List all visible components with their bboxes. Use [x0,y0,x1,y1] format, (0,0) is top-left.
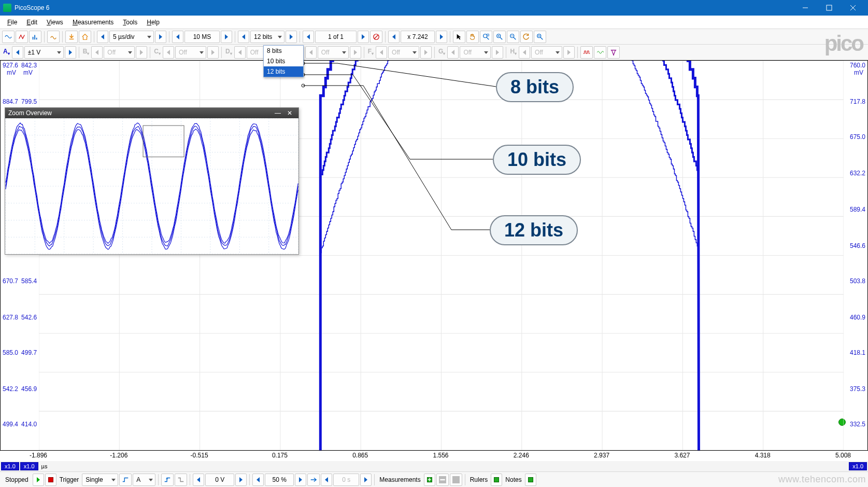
siggen-icon[interactable] [47,31,60,43]
delay-next[interactable] [360,474,372,486]
notes-toggle-icon[interactable] [525,474,536,486]
channel-b-range-next[interactable] [136,46,147,59]
channel-d-range-prev[interactable] [234,46,246,59]
menu-views[interactable]: Views [42,17,67,27]
trigger-edge-falling-icon[interactable] [175,474,187,486]
channel-f-range-dropdown[interactable]: Off [388,46,419,59]
timebase-prev-button[interactable] [97,31,108,43]
channel-f-range-prev[interactable] [376,46,387,59]
stop-button[interactable] [45,474,56,486]
zoom-in-icon[interactable] [493,31,506,43]
trigger-advanced-icon[interactable] [119,474,132,486]
channel-c-range-dropdown[interactable]: Off [175,46,206,59]
zoom-overview-canvas[interactable] [5,118,298,254]
channel-g-range-prev[interactable] [447,46,459,59]
bits-option-10[interactable]: 10 bits [264,56,303,66]
channel-b-range-dropdown[interactable]: Off [104,46,135,59]
trigger-level-field[interactable]: 0 V [205,474,234,486]
measurement-remove-icon[interactable] [436,474,449,486]
channel-e-range-prev[interactable] [305,46,317,59]
delay-field[interactable]: 0 s [333,474,359,486]
channel-b-label[interactable]: B▾ [82,48,91,56]
bits-dropdown[interactable]: 12 bits [250,31,284,43]
pointer-icon[interactable] [453,31,465,43]
scale-x-tag[interactable]: x1.0 [1,462,19,470]
channel-a-range-prev[interactable] [12,46,23,59]
channel-d-label[interactable]: D▾ [224,48,233,56]
trigger-channel-dropdown[interactable]: A [133,474,155,486]
channel-c-range-prev[interactable] [163,46,174,59]
bits-next-button[interactable] [286,31,297,43]
pretrigger-toggle-icon[interactable] [307,474,320,486]
digital-channels-icon[interactable] [580,46,593,59]
menu-help[interactable]: Help [143,17,164,27]
channel-g-range-dropdown[interactable]: Off [460,46,491,59]
hand-icon[interactable] [466,31,479,43]
channel-e-range-dropdown[interactable]: Off [318,46,349,59]
bits-prev-button[interactable] [238,31,249,43]
zoom-prev-button[interactable] [388,31,400,43]
zoom-overview-close-icon[interactable]: ✕ [284,109,295,117]
timebase-dropdown[interactable]: 5 µs/div [109,31,154,43]
mode-spectrum-icon[interactable] [29,31,41,43]
pretrigger-next[interactable] [295,474,306,486]
channel-h-range-prev[interactable] [519,46,530,59]
buffer-field[interactable]: 1 of 1 [315,31,357,43]
bits-option-8[interactable]: 8 bits [264,46,303,56]
timebase-next-button[interactable] [155,31,166,43]
menu-edit[interactable]: Edit [22,17,41,27]
channel-a-label[interactable]: A▾ [2,48,11,56]
scale-y-tag[interactable]: x1.0 [20,462,38,470]
channel-a-range-dropdown[interactable]: ±1 V [24,46,64,59]
buffer-next-button[interactable] [358,31,369,43]
home-icon[interactable] [79,31,91,43]
maximize-button[interactable] [817,0,841,16]
channel-h-range-next[interactable] [563,46,575,59]
menu-measurements[interactable]: Measurements [68,17,118,27]
samples-prev-button[interactable] [172,31,183,43]
bits-option-12[interactable]: 12 bits [264,66,303,77]
menu-tools[interactable]: Tools [119,17,141,27]
channel-h-range-dropdown[interactable]: Off [531,46,562,59]
channel-a-range-next[interactable] [65,46,76,59]
mode-persistence-icon[interactable] [16,31,28,43]
channel-g-range-next[interactable] [492,46,503,59]
zoom-next-button[interactable] [436,31,447,43]
buffer-nav-icon[interactable] [370,31,382,43]
pretrigger-prev[interactable] [252,474,264,486]
trigger-level-prev[interactable] [193,474,204,486]
run-button[interactable] [33,474,44,486]
zoom-overview-window[interactable]: Zoom Overview — ✕ [5,107,299,255]
samples-field[interactable]: 10 MS [184,31,220,43]
scope-view[interactable]: 927.6842.3 mV mV 884.7799.5 670.7585.4 6… [0,60,868,451]
math-channel-icon[interactable] [607,46,620,59]
channel-g-label[interactable]: G▾ [437,48,446,56]
channel-c-range-next[interactable] [207,46,219,59]
zoom-overview-titlebar[interactable]: Zoom Overview — ✕ [5,108,298,118]
serial-decode-icon[interactable] [594,46,606,59]
channel-h-label[interactable]: H▾ [509,48,518,56]
channel-f-label[interactable]: F▾ [367,48,375,56]
zoom-field[interactable]: x 7.242 [401,31,435,43]
rulers-toggle-icon[interactable] [491,474,502,486]
measurement-edit-icon[interactable] [450,474,462,486]
zoom-fit-icon[interactable] [534,31,546,43]
trigger-edge-rising-icon[interactable] [161,474,174,486]
minimize-button[interactable] [793,0,817,16]
samples-next-button[interactable] [221,31,232,43]
channel-c-label[interactable]: C▾ [153,48,162,56]
save-icon[interactable] [65,31,78,43]
buffer-prev-button[interactable] [303,31,314,43]
measurement-add-icon[interactable]: + [424,474,435,486]
delay-prev[interactable] [321,474,332,486]
zoom-overview-minimize-icon[interactable]: — [272,109,284,117]
undo-zoom-icon[interactable] [520,31,533,43]
scale-right-tag[interactable]: x1.0 [849,462,867,470]
zoom-window-icon[interactable] [480,31,492,43]
channel-e-range-next[interactable] [350,46,361,59]
channel-f-range-next[interactable] [420,46,432,59]
zoom-out-icon[interactable] [507,31,519,43]
menu-file[interactable]: File [3,17,21,27]
pretrigger-field[interactable]: 50 % [265,474,294,486]
close-button[interactable] [841,0,865,16]
